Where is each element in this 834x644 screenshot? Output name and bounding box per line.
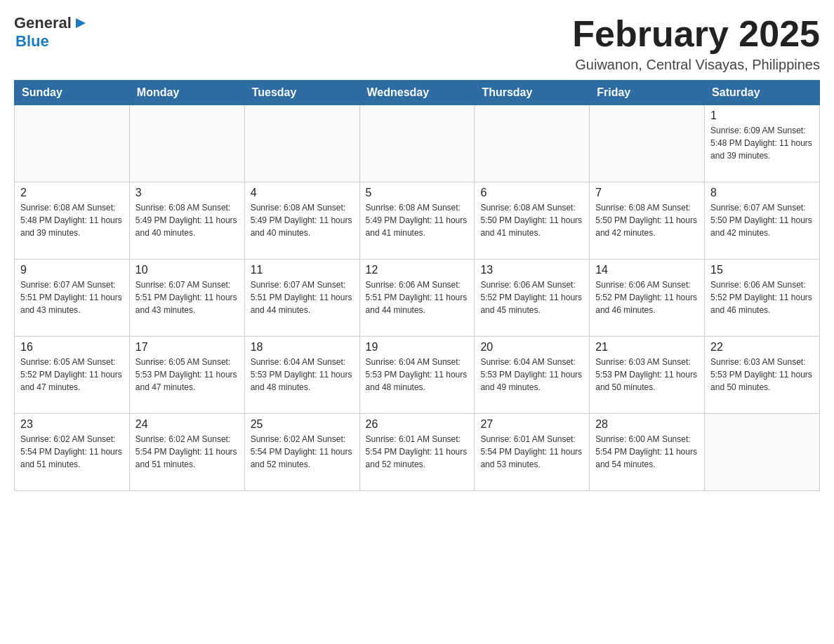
day-number: 18	[251, 341, 354, 354]
day-number: 28	[595, 418, 699, 431]
day-number: 7	[595, 187, 699, 199]
calendar-day: 26Sunrise: 6:01 AM Sunset: 5:54 PM Dayli…	[359, 414, 475, 491]
day-number: 25	[251, 418, 354, 431]
day-info: Sunrise: 6:06 AM Sunset: 5:52 PM Dayligh…	[595, 279, 699, 316]
calendar-day: 13Sunrise: 6:06 AM Sunset: 5:52 PM Dayli…	[475, 260, 590, 337]
calendar-day: 10Sunrise: 6:07 AM Sunset: 5:51 PM Dayli…	[129, 260, 244, 337]
calendar-day: 11Sunrise: 6:07 AM Sunset: 5:51 PM Dayli…	[244, 260, 359, 337]
day-number: 13	[480, 264, 583, 276]
day-info: Sunrise: 6:07 AM Sunset: 5:51 PM Dayligh…	[135, 279, 239, 316]
day-info: Sunrise: 6:07 AM Sunset: 5:51 PM Dayligh…	[251, 279, 354, 316]
logo-arrow-icon	[74, 17, 87, 29]
day-info: Sunrise: 6:02 AM Sunset: 5:54 PM Dayligh…	[135, 433, 239, 471]
header-tuesday: Tuesday	[244, 81, 359, 105]
day-number: 19	[366, 341, 469, 354]
calendar-week-3: 9Sunrise: 6:07 AM Sunset: 5:51 PM Daylig…	[15, 260, 820, 337]
calendar-day: 24Sunrise: 6:02 AM Sunset: 5:54 PM Dayli…	[129, 414, 244, 491]
calendar-day	[705, 414, 820, 491]
logo-blue-text: Blue	[15, 32, 87, 51]
calendar-day	[129, 105, 244, 182]
calendar-day: 7Sunrise: 6:08 AM Sunset: 5:50 PM Daylig…	[590, 182, 705, 260]
day-number: 26	[366, 418, 469, 431]
day-info: Sunrise: 6:05 AM Sunset: 5:53 PM Dayligh…	[135, 356, 239, 394]
day-info: Sunrise: 6:03 AM Sunset: 5:53 PM Dayligh…	[595, 356, 699, 394]
day-number: 9	[20, 264, 124, 276]
day-number: 12	[366, 264, 469, 276]
calendar-day: 6Sunrise: 6:08 AM Sunset: 5:50 PM Daylig…	[475, 182, 590, 260]
day-number: 15	[710, 264, 814, 276]
day-number: 5	[366, 187, 469, 199]
header-wednesday: Wednesday	[359, 81, 475, 105]
calendar-day: 14Sunrise: 6:06 AM Sunset: 5:52 PM Dayli…	[590, 260, 705, 337]
day-number: 27	[480, 418, 583, 431]
day-info: Sunrise: 6:07 AM Sunset: 5:50 PM Dayligh…	[710, 201, 814, 239]
calendar-day: 20Sunrise: 6:04 AM Sunset: 5:53 PM Dayli…	[475, 337, 590, 414]
day-number: 22	[710, 341, 814, 354]
calendar-day: 15Sunrise: 6:06 AM Sunset: 5:52 PM Dayli…	[705, 260, 820, 337]
calendar-header-row: Sunday Monday Tuesday Wednesday Thursday…	[15, 81, 820, 105]
day-info: Sunrise: 6:06 AM Sunset: 5:51 PM Dayligh…	[366, 279, 469, 316]
day-info: Sunrise: 6:07 AM Sunset: 5:51 PM Dayligh…	[20, 279, 124, 316]
calendar-day: 1Sunrise: 6:09 AM Sunset: 5:48 PM Daylig…	[705, 105, 820, 182]
calendar-day: 25Sunrise: 6:02 AM Sunset: 5:54 PM Dayli…	[244, 414, 359, 491]
day-number: 21	[595, 341, 699, 354]
day-info: Sunrise: 6:08 AM Sunset: 5:49 PM Dayligh…	[251, 201, 354, 239]
calendar-day: 17Sunrise: 6:05 AM Sunset: 5:53 PM Dayli…	[129, 337, 244, 414]
header-thursday: Thursday	[475, 81, 590, 105]
calendar-day: 19Sunrise: 6:04 AM Sunset: 5:53 PM Dayli…	[359, 337, 475, 414]
day-info: Sunrise: 6:04 AM Sunset: 5:53 PM Dayligh…	[480, 356, 583, 394]
day-info: Sunrise: 6:08 AM Sunset: 5:50 PM Dayligh…	[480, 201, 583, 239]
calendar-day: 16Sunrise: 6:05 AM Sunset: 5:52 PM Dayli…	[15, 337, 130, 414]
day-number: 2	[20, 187, 124, 199]
calendar-day	[244, 105, 359, 182]
calendar-day: 3Sunrise: 6:08 AM Sunset: 5:49 PM Daylig…	[129, 182, 244, 260]
day-number: 1	[710, 109, 814, 122]
calendar-day: 27Sunrise: 6:01 AM Sunset: 5:54 PM Dayli…	[475, 414, 590, 491]
calendar-day: 2Sunrise: 6:08 AM Sunset: 5:48 PM Daylig…	[15, 182, 130, 260]
day-info: Sunrise: 6:09 AM Sunset: 5:48 PM Dayligh…	[710, 124, 814, 162]
header-monday: Monday	[129, 81, 244, 105]
calendar-week-1: 1Sunrise: 6:09 AM Sunset: 5:48 PM Daylig…	[15, 105, 820, 182]
calendar-day	[15, 105, 130, 182]
day-number: 10	[135, 264, 239, 276]
header-friday: Friday	[590, 81, 705, 105]
day-info: Sunrise: 6:00 AM Sunset: 5:54 PM Dayligh…	[595, 433, 699, 471]
day-number: 11	[251, 264, 354, 276]
calendar-day	[590, 105, 705, 182]
calendar-day	[359, 105, 475, 182]
day-info: Sunrise: 6:01 AM Sunset: 5:54 PM Dayligh…	[366, 433, 469, 471]
calendar-day: 21Sunrise: 6:03 AM Sunset: 5:53 PM Dayli…	[590, 337, 705, 414]
subtitle: Guiwanon, Central Visayas, Philippines	[572, 57, 820, 73]
calendar-day: 22Sunrise: 6:03 AM Sunset: 5:53 PM Dayli…	[705, 337, 820, 414]
day-number: 20	[480, 341, 583, 354]
calendar-table: Sunday Monday Tuesday Wednesday Thursday…	[14, 80, 820, 491]
day-info: Sunrise: 6:04 AM Sunset: 5:53 PM Dayligh…	[251, 356, 354, 394]
calendar-day: 28Sunrise: 6:00 AM Sunset: 5:54 PM Dayli…	[590, 414, 705, 491]
day-info: Sunrise: 6:08 AM Sunset: 5:48 PM Dayligh…	[20, 201, 124, 239]
calendar-day	[475, 105, 590, 182]
calendar-day: 18Sunrise: 6:04 AM Sunset: 5:53 PM Dayli…	[244, 337, 359, 414]
logo: General Blue	[14, 14, 87, 51]
day-number: 3	[135, 187, 239, 199]
calendar-day: 8Sunrise: 6:07 AM Sunset: 5:50 PM Daylig…	[705, 182, 820, 260]
day-number: 16	[20, 341, 124, 354]
day-number: 14	[595, 264, 699, 276]
calendar-day: 23Sunrise: 6:02 AM Sunset: 5:54 PM Dayli…	[15, 414, 130, 491]
day-info: Sunrise: 6:01 AM Sunset: 5:54 PM Dayligh…	[480, 433, 583, 471]
day-info: Sunrise: 6:03 AM Sunset: 5:53 PM Dayligh…	[710, 356, 814, 394]
calendar-week-5: 23Sunrise: 6:02 AM Sunset: 5:54 PM Dayli…	[15, 414, 820, 491]
day-info: Sunrise: 6:05 AM Sunset: 5:52 PM Dayligh…	[20, 356, 124, 394]
day-info: Sunrise: 6:06 AM Sunset: 5:52 PM Dayligh…	[710, 279, 814, 316]
logo-general-text: General	[14, 14, 72, 32]
svg-marker-0	[76, 18, 86, 28]
header-sunday: Sunday	[15, 81, 130, 105]
day-info: Sunrise: 6:04 AM Sunset: 5:53 PM Dayligh…	[366, 356, 469, 394]
day-number: 6	[480, 187, 583, 199]
title-section: February 2025 Guiwanon, Central Visayas,…	[572, 14, 820, 73]
header-saturday: Saturday	[705, 81, 820, 105]
day-number: 24	[135, 418, 239, 431]
day-info: Sunrise: 6:06 AM Sunset: 5:52 PM Dayligh…	[480, 279, 583, 316]
day-info: Sunrise: 6:08 AM Sunset: 5:50 PM Dayligh…	[595, 201, 699, 239]
calendar-week-4: 16Sunrise: 6:05 AM Sunset: 5:52 PM Dayli…	[15, 337, 820, 414]
calendar-week-2: 2Sunrise: 6:08 AM Sunset: 5:48 PM Daylig…	[15, 182, 820, 260]
